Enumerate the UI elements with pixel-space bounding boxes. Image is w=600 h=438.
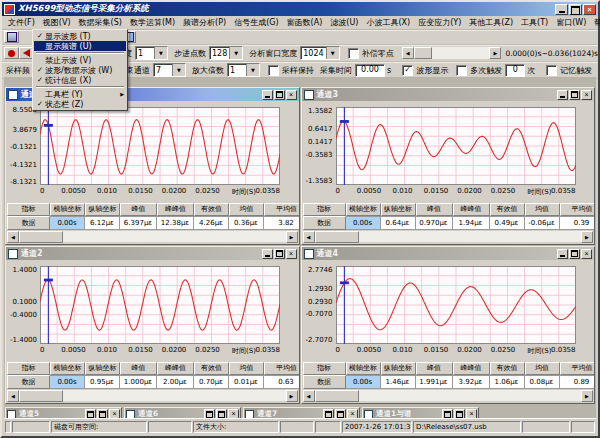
save-button[interactable] — [4, 31, 19, 43]
table-scrollbar[interactable]: ◀▶ — [303, 231, 594, 242]
menu-item-11[interactable]: 工具(T) — [517, 16, 552, 29]
table-header-cell[interactable]: 横轴坐标 — [50, 203, 85, 216]
channel-minimize-button[interactable] — [557, 90, 568, 100]
cursor-marker[interactable] — [339, 281, 348, 284]
table-header-cell[interactable]: 峰峰值 — [453, 203, 490, 216]
table-scrollbar[interactable]: ◀▶ — [7, 390, 298, 401]
channel-maximize-button[interactable] — [569, 90, 580, 100]
table-header-cell[interactable]: 指标 — [303, 203, 346, 216]
menu-item-0[interactable]: 文件(F) — [4, 16, 39, 29]
channel-minimize-button[interactable] — [557, 249, 568, 259]
channel-maximize-button[interactable] — [274, 90, 285, 100]
scroll-left-icon[interactable]: ◀ — [303, 231, 315, 243]
channel-titlebar[interactable]: 通道4× — [302, 247, 595, 260]
menu-item-12[interactable]: 窗口(W) — [552, 16, 590, 29]
scroll-thumb[interactable] — [315, 390, 359, 402]
table-header-cell[interactable]: 指标 — [303, 362, 346, 375]
view-menu-item-0[interactable]: ✓显示波形 (T) — [34, 31, 126, 41]
menu-item-3[interactable]: 数学运算(M) — [126, 16, 179, 29]
table-header-cell[interactable]: 峰值 — [416, 362, 453, 375]
acq-time-input[interactable]: 0.00 — [355, 64, 385, 77]
multi-trigger-checkbox[interactable]: 多次触发 — [456, 65, 502, 76]
row-label-cell[interactable]: 数据 — [303, 375, 346, 389]
menu-item-8[interactable]: 小波工具(X) — [362, 16, 414, 29]
table-header-cell[interactable]: 纵轴坐标 — [85, 203, 120, 216]
scroll-thumb[interactable] — [19, 231, 63, 243]
table-header-cell[interactable]: 均值 — [525, 362, 560, 375]
table-header-cell[interactable]: 横轴坐标 — [50, 362, 85, 375]
memory-trigger-checkbox[interactable]: 记忆触发 — [546, 65, 592, 76]
table-header-cell[interactable]: 纵轴坐标 — [85, 362, 120, 375]
table-header-cell[interactable]: 均值 — [229, 362, 264, 375]
cursor-marker[interactable] — [339, 120, 348, 123]
menu-item-10[interactable]: 其他工具(Z) — [465, 16, 517, 29]
row-label-cell[interactable]: 数据 — [7, 375, 50, 389]
table-header-cell[interactable]: 峰值 — [416, 203, 453, 216]
view-menu-item-1[interactable]: 显示频谱 (U) — [34, 41, 126, 51]
end-channel-combo[interactable]: 7▼ — [153, 63, 186, 77]
table-header-cell[interactable]: 平均值 — [264, 203, 300, 216]
menu-item-1[interactable]: 视图(V) — [39, 16, 75, 29]
speed-combo[interactable]: 1▼ — [135, 46, 168, 60]
channel-maximize-button[interactable] — [274, 249, 285, 259]
table-header-cell[interactable]: 峰值 — [120, 362, 157, 375]
table-header-cell[interactable]: 横轴坐标 — [346, 203, 381, 216]
view-menu-item-3[interactable]: 禁止示波 (V) — [34, 55, 126, 65]
sample-hold-checkbox[interactable]: 采样保持 — [268, 65, 314, 76]
channel-titlebar[interactable]: 通道3× — [302, 88, 595, 101]
zero-comp-checkbox[interactable]: 补偿零点 — [348, 48, 394, 59]
view-menu-item-8[interactable]: ✓状态栏 (Z) — [34, 99, 126, 109]
table-header-cell[interactable]: 有效值 — [194, 203, 229, 216]
scroll-left-icon[interactable]: ◀ — [7, 231, 19, 243]
scroll-thumb[interactable] — [414, 47, 432, 59]
table-header-cell[interactable]: 平均值 — [264, 362, 300, 375]
record-button[interactable] — [4, 47, 19, 59]
chevron-down-icon[interactable]: ▼ — [326, 47, 339, 59]
table-header-cell[interactable]: 均值 — [525, 203, 560, 216]
menu-item-2[interactable]: 数据采集(S) — [75, 16, 126, 29]
scroll-thumb[interactable] — [315, 231, 359, 243]
table-scrollbar[interactable]: ◀▶ — [7, 231, 298, 242]
menu-item-5[interactable]: 信号生成(G) — [230, 16, 282, 29]
channel-titlebar[interactable]: 通道2× — [6, 247, 299, 260]
table-header-cell[interactable]: 峰峰值 — [157, 362, 194, 375]
time-scrollbar[interactable]: ◀ ▶ — [402, 47, 502, 59]
window-width-combo[interactable]: 1024▼ — [300, 46, 339, 60]
menu-item-9[interactable]: 应变应力(Y) — [414, 16, 465, 29]
maximize-button[interactable] — [569, 4, 582, 15]
step-combo[interactable]: 128▼ — [209, 46, 243, 60]
scroll-right-icon[interactable]: ▶ — [489, 47, 501, 59]
scroll-right-icon[interactable]: ▶ — [581, 231, 593, 243]
scroll-right-icon[interactable]: ▶ — [286, 231, 298, 243]
table-scrollbar[interactable]: ◀▶ — [303, 390, 594, 401]
channel-close-button[interactable]: × — [286, 90, 297, 100]
scroll-right-icon[interactable]: ▶ — [286, 390, 298, 402]
view-menu-item-7[interactable]: 工具栏 (Y)▶ — [34, 89, 126, 99]
table-header-cell[interactable]: 峰峰值 — [157, 203, 194, 216]
menu-item-13[interactable]: 帮助(H) — [590, 16, 600, 29]
view-menu-item-4[interactable]: ✓波形/数据示波 (W) — [34, 65, 126, 75]
table-header-cell[interactable]: 平均值 — [560, 362, 596, 375]
trigger-count-input[interactable]: 0 — [505, 64, 525, 77]
scroll-thumb[interactable] — [19, 390, 63, 402]
chevron-down-icon[interactable]: ▼ — [229, 47, 242, 59]
gain-combo[interactable]: 1▼ — [227, 63, 260, 77]
channel-minimize-button[interactable] — [262, 90, 273, 100]
table-header-cell[interactable]: 峰值 — [120, 203, 157, 216]
table-header-cell[interactable]: 峰峰值 — [453, 362, 490, 375]
view-menu-item-5[interactable]: ✓统计信息 (X) — [34, 75, 126, 85]
table-header-cell[interactable]: 横轴坐标 — [346, 362, 381, 375]
menu-item-4[interactable]: 频谱分析(P) — [179, 16, 230, 29]
table-header-cell[interactable]: 有效值 — [490, 203, 525, 216]
close-button[interactable]: × — [583, 4, 596, 15]
row-label-cell[interactable]: 数据 — [303, 216, 346, 230]
minimize-button[interactable] — [555, 4, 568, 15]
table-header-cell[interactable]: 有效值 — [194, 362, 229, 375]
table-header-cell[interactable]: 纵轴坐标 — [381, 203, 416, 216]
menu-item-7[interactable]: 滤波(U) — [326, 16, 362, 29]
channel-minimize-button[interactable] — [262, 249, 273, 259]
scroll-left-icon[interactable]: ◀ — [402, 47, 414, 59]
chevron-down-icon[interactable]: ▼ — [246, 64, 259, 76]
chevron-down-icon[interactable]: ▼ — [172, 64, 185, 76]
table-header-cell[interactable]: 指标 — [7, 203, 50, 216]
